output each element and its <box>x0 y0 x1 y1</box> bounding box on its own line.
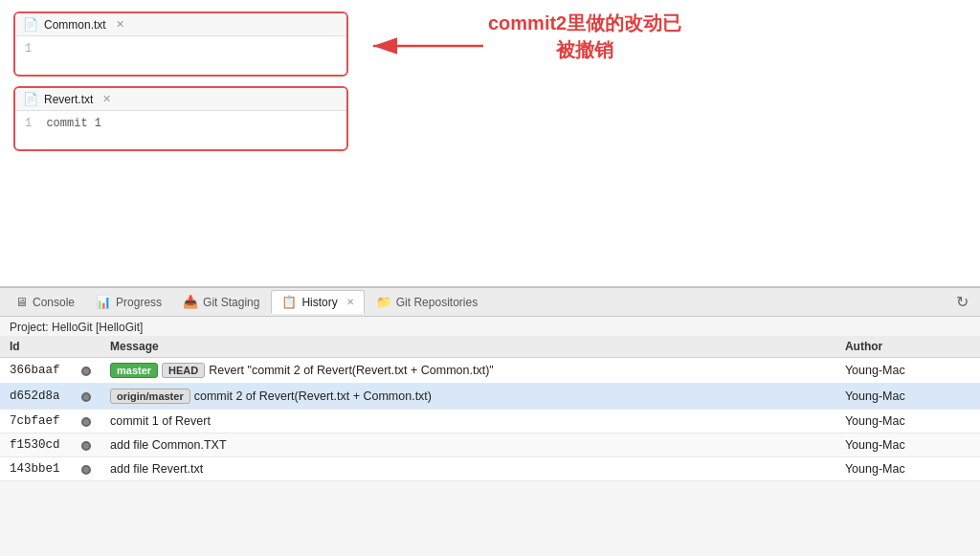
bottom-panel: 🖥 Console 📊 Progress 📥 Git Staging 📋 His… <box>0 287 980 556</box>
table-row[interactable]: 366baafmasterHEADRevert "commit 2 of Rev… <box>0 358 980 384</box>
graph-dot <box>81 392 91 402</box>
annotation-arrow <box>364 27 488 65</box>
console-icon: 🖥 <box>15 295 28 309</box>
message-cell: commit 1 of Revert <box>100 410 835 434</box>
graph-cell <box>72 434 100 457</box>
project-label: Project: HelloGit [HelloGit] <box>0 317 980 336</box>
commit-message: add file Common.TXT <box>110 438 227 452</box>
table-row[interactable]: 7cbfaefcommit 1 of RevertYoung-Mac <box>0 410 980 434</box>
graph-dot <box>81 417 91 427</box>
graph-dot <box>81 367 91 376</box>
badge-origin: origin/master <box>110 389 190 404</box>
commit-id-cell: d652d8a <box>0 384 72 410</box>
file-content-revert: 1 commit 1 <box>15 111 346 149</box>
file-panels-wrapper: 📄 Common.txt ✕ 1 📄 Revert.txt ✕ 1 commit… <box>13 11 348 151</box>
col-id: Id <box>0 336 72 358</box>
table-header-row: Id Message Author <box>0 336 980 358</box>
annotation-text: commit2里做的改动已被撤销 <box>488 10 681 63</box>
line-code-r1: commit 1 <box>46 117 101 130</box>
author-cell: Young-Mac <box>835 457 980 481</box>
tab-progress[interactable]: 📊 Progress <box>86 291 171 313</box>
graph-cell <box>72 457 100 481</box>
badge-head: HEAD <box>162 363 205 378</box>
tab-git-repositories[interactable]: 📁 Git Repositories <box>367 291 487 313</box>
commit-id-cell: 366baaf <box>0 358 72 384</box>
filename-revert: Revert.txt <box>44 93 93 106</box>
graph-dot <box>81 441 91 451</box>
commit-id-cell: 143bbe1 <box>0 457 72 481</box>
editor-area: 📄 Common.txt ✕ 1 📄 Revert.txt ✕ 1 commit… <box>0 0 980 287</box>
col-author: Author <box>835 336 980 358</box>
file-icon-common: 📄 <box>23 17 38 32</box>
tab-console-label: Console <box>33 296 75 309</box>
col-message: Message <box>100 336 835 358</box>
history-icon: 📋 <box>281 295 297 309</box>
refresh-button[interactable]: ↻ <box>950 289 974 315</box>
file-icon-revert: 📄 <box>23 92 38 106</box>
tab-git-staging-label: Git Staging <box>203 296 259 309</box>
git-staging-icon: 📥 <box>183 295 198 309</box>
author-cell: Young-Mac <box>835 358 980 384</box>
file-content-common: 1 <box>15 36 346 75</box>
graph-cell <box>72 358 100 384</box>
author-cell: Young-Mac <box>835 410 980 434</box>
history-table-wrapper[interactable]: Id Message Author 366baafmasterHEADRever… <box>0 336 980 556</box>
message-cell: origin/mastercommit 2 of Revert(Revert.t… <box>100 384 835 410</box>
table-row[interactable]: f1530cdadd file Common.TXTYoung-Mac <box>0 434 980 457</box>
message-cell: add file Revert.txt <box>100 457 835 481</box>
badge-master: master <box>110 363 158 378</box>
close-icon-common[interactable]: ✕ <box>116 18 124 31</box>
line-num-r1: 1 <box>25 117 32 130</box>
commit-message: Revert "commit 2 of Revert(Revert.txt + … <box>209 364 494 377</box>
graph-dot <box>81 465 91 475</box>
graph-cell <box>72 384 100 410</box>
commit-id-cell: 7cbfaef <box>0 410 72 434</box>
graph-cell <box>72 410 100 434</box>
message-cell: add file Common.TXT <box>100 434 835 457</box>
file-tab-revert[interactable]: 📄 Revert.txt ✕ <box>15 88 346 111</box>
tab-console[interactable]: 🖥 Console <box>6 291 84 313</box>
tab-git-repos-label: Git Repositories <box>396 296 478 309</box>
line-num-1: 1 <box>25 42 32 56</box>
tab-history-label: History <box>301 296 337 309</box>
commit-message: commit 1 of Revert <box>110 414 211 428</box>
col-graph <box>72 336 100 358</box>
table-row[interactable]: 143bbe1add file Revert.txtYoung-Mac <box>0 457 980 481</box>
git-repos-icon: 📁 <box>376 295 391 309</box>
author-cell: Young-Mac <box>835 434 980 457</box>
file-tab-common[interactable]: 📄 Common.txt ✕ <box>15 13 346 36</box>
close-icon-revert[interactable]: ✕ <box>102 93 111 105</box>
file-panel-revert: 📄 Revert.txt ✕ 1 commit 1 <box>13 86 348 151</box>
tab-bar: 🖥 Console 📊 Progress 📥 Git Staging 📋 His… <box>0 288 980 317</box>
tab-history[interactable]: 📋 History ✕ <box>271 290 364 314</box>
commit-message: add file Revert.txt <box>110 462 203 476</box>
tab-history-close[interactable]: ✕ <box>346 297 354 307</box>
file-panel-common: 📄 Common.txt ✕ 1 <box>13 11 348 77</box>
author-cell: Young-Mac <box>835 384 980 410</box>
progress-icon: 📊 <box>96 295 111 309</box>
tab-git-staging[interactable]: 📥 Git Staging <box>173 291 269 313</box>
commit-message: commit 2 of Revert(Revert.txt + Common.t… <box>194 389 432 403</box>
table-row[interactable]: d652d8aorigin/mastercommit 2 of Revert(R… <box>0 384 980 410</box>
history-table: Id Message Author 366baafmasterHEADRever… <box>0 336 980 481</box>
tab-progress-label: Progress <box>116 296 162 309</box>
message-cell: masterHEADRevert "commit 2 of Revert(Rev… <box>100 358 835 384</box>
filename-common: Common.txt <box>44 18 106 32</box>
commit-id-cell: f1530cd <box>0 434 72 457</box>
